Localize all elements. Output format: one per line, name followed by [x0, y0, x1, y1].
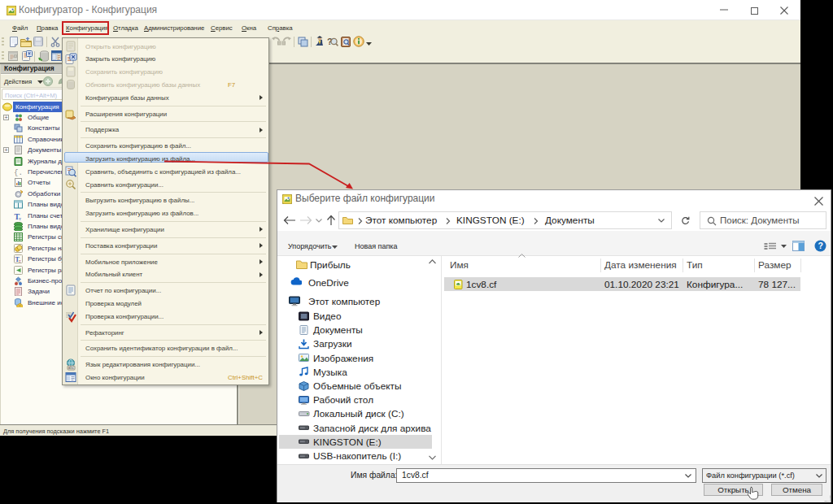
svg-text:т: т [19, 259, 21, 263]
svg-text:т: т [19, 215, 21, 220]
svg-text:{..}: {..} [14, 169, 23, 176]
svg-text:abc: abc [68, 366, 75, 370]
svg-text:?: ? [818, 241, 823, 250]
